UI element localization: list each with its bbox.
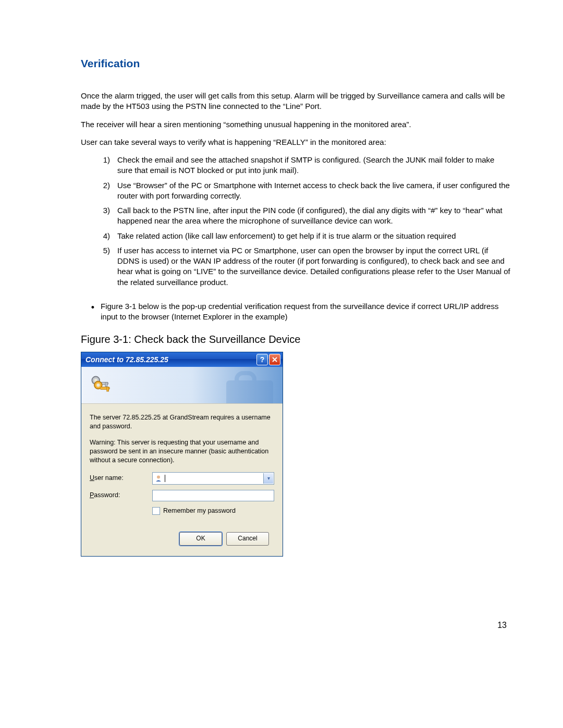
- user-icon: [155, 475, 162, 482]
- list-item: 2)Use “Browser” of the PC or Smartphone …: [81, 180, 511, 202]
- page-number: 13: [497, 621, 507, 630]
- dialog-warning: Warning: This server is requesting that …: [90, 438, 274, 465]
- verification-steps-list: 1)Check the email and see the attached s…: [81, 155, 511, 288]
- paragraph: The receiver will hear a siren mentionin…: [81, 119, 511, 130]
- svg-rect-9: [237, 373, 254, 386]
- cancel-button[interactable]: Cancel: [226, 532, 269, 546]
- svg-point-5: [96, 384, 100, 387]
- list-item: 4)Take related action (like call law enf…: [81, 231, 511, 241]
- password-label: Password:: [90, 491, 152, 500]
- close-icon: [272, 356, 278, 363]
- section-heading: Verification: [81, 57, 511, 70]
- ok-button[interactable]: OK: [179, 532, 222, 546]
- username-combobox[interactable]: ▾: [152, 472, 274, 485]
- dialog-banner: [81, 367, 283, 404]
- password-input[interactable]: [152, 490, 274, 501]
- list-item: 3)Call back to the PSTN line, after inpu…: [81, 205, 511, 227]
- svg-rect-3: [105, 382, 107, 387]
- auth-dialog: Connect to 72.85.225.25 ?: [81, 352, 283, 556]
- svg-rect-7: [107, 387, 109, 391]
- help-button[interactable]: ?: [256, 354, 268, 365]
- dialog-title: Connect to 72.85.225.25: [85, 355, 255, 364]
- remember-checkbox[interactable]: [152, 507, 160, 515]
- figure-caption: Figure 3-1: Check back the Surveillance …: [81, 334, 511, 346]
- list-item: 1)Check the email and see the attached s…: [81, 155, 511, 176]
- list-item: 5)If user has access to internet via PC …: [81, 245, 511, 288]
- paragraph: User can take several ways to verify wha…: [81, 137, 511, 147]
- close-button[interactable]: [269, 354, 280, 365]
- dialog-titlebar: Connect to 72.85.225.25 ?: [81, 352, 283, 367]
- bullet-icon: •: [81, 301, 101, 323]
- keys-icon: [89, 374, 112, 397]
- chevron-down-icon[interactable]: ▾: [263, 473, 273, 484]
- lock-shadow-icon: [221, 370, 278, 404]
- username-label: User name:: [90, 474, 152, 483]
- figure-reference: • Figure 3-1 below is the pop-up credent…: [81, 301, 511, 323]
- svg-point-10: [157, 475, 160, 478]
- paragraph: Once the alarm trigged, the user will ge…: [81, 91, 511, 112]
- dialog-message: The server 72.85.225.25 at GrandStream r…: [90, 413, 274, 431]
- remember-label: Remember my password: [163, 507, 236, 515]
